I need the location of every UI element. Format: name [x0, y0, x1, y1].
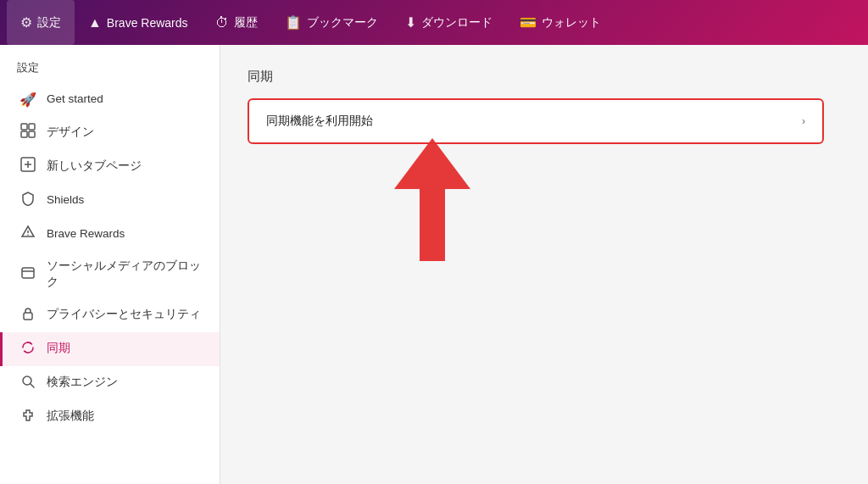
svg-point-9 — [27, 234, 29, 236]
design-icon — [19, 123, 36, 142]
svg-rect-1 — [29, 124, 35, 130]
sidebar-item-privacy[interactable]: プライバシーとセキュリティ — [0, 298, 220, 332]
section-title: 同期 — [248, 69, 841, 85]
nav-brave-rewards-label: Brave Rewards — [107, 16, 188, 30]
sidebar-section-label: 設定 — [0, 55, 220, 84]
nav-brave-rewards[interactable]: ▲ Brave Rewards — [75, 0, 202, 45]
search-icon — [19, 374, 36, 392]
sidebar: 設定 🚀 Get started デザイン — [0, 45, 220, 484]
new-tab-icon — [19, 157, 36, 175]
sidebar-label-sync: 同期 — [47, 341, 70, 357]
nav-bookmarks[interactable]: 📋 ブックマーク — [271, 0, 392, 45]
sidebar-item-social-block[interactable]: ソーシャルメディアのブロック — [0, 251, 220, 298]
svg-rect-10 — [22, 268, 34, 278]
nav-history-label: 履歴 — [234, 15, 258, 31]
svg-rect-0 — [21, 124, 27, 130]
shields-icon — [19, 191, 36, 209]
sidebar-item-search[interactable]: 検索エンジン — [0, 366, 220, 400]
sidebar-item-get-started[interactable]: 🚀 Get started — [0, 84, 220, 115]
bookmarks-icon: 📋 — [285, 14, 302, 31]
svg-rect-12 — [24, 313, 32, 320]
sidebar-item-extensions[interactable]: 拡張機能 — [0, 400, 220, 434]
sync-start-option[interactable]: 同期機能を利用開始 › — [248, 98, 824, 144]
nav-settings-label: 設定 — [37, 15, 61, 31]
svg-line-14 — [31, 384, 34, 387]
sidebar-label-social-block: ソーシャルメディアのブロック — [47, 259, 203, 291]
sidebar-item-shields[interactable]: Shields — [0, 183, 220, 217]
nav-downloads[interactable]: ⬇ ダウンロード — [392, 0, 506, 45]
brave-rewards-icon: ▲ — [88, 15, 102, 31]
get-started-icon: 🚀 — [19, 92, 36, 108]
big-red-arrow-svg — [373, 130, 492, 265]
brave-rewards-sidebar-icon — [19, 225, 36, 243]
main-layout: 設定 🚀 Get started デザイン — [0, 45, 868, 484]
sidebar-item-design[interactable]: デザイン — [0, 115, 220, 149]
sidebar-item-brave-rewards[interactable]: Brave Rewards — [0, 217, 220, 251]
sidebar-item-sync[interactable]: 同期 — [0, 332, 220, 366]
sidebar-label-privacy: プライバシーとセキュリティ — [47, 307, 201, 323]
content-area: 同期 同期機能を利用開始 › — [220, 45, 868, 484]
top-navigation: ⚙ 設定 ▲ Brave Rewards ⏱ 履歴 📋 ブックマーク ⬇ ダウン… — [0, 0, 868, 45]
sync-icon — [19, 340, 36, 359]
svg-rect-3 — [29, 131, 35, 137]
nav-bookmarks-label: ブックマーク — [307, 15, 378, 31]
history-icon: ⏱ — [215, 15, 229, 31]
sidebar-item-new-tab[interactable]: 新しいタブページ — [0, 149, 220, 183]
sidebar-label-brave-rewards: Brave Rewards — [47, 226, 125, 242]
extensions-icon — [19, 408, 36, 426]
sync-start-label: 同期機能を利用開始 — [266, 114, 373, 129]
nav-wallet-label: ウォレット — [542, 15, 601, 31]
nav-history[interactable]: ⏱ 履歴 — [202, 0, 271, 45]
privacy-icon — [19, 306, 36, 325]
settings-icon: ⚙ — [20, 14, 32, 31]
sidebar-label-design: デザイン — [47, 125, 94, 141]
sidebar-label-new-tab: 新しいタブページ — [47, 159, 142, 175]
social-block-icon — [19, 265, 36, 284]
downloads-icon: ⬇ — [405, 14, 416, 31]
sidebar-label-search: 検索エンジン — [47, 375, 118, 391]
nav-downloads-label: ダウンロード — [421, 15, 492, 31]
sidebar-label-get-started: Get started — [47, 92, 103, 108]
nav-wallet[interactable]: 💳 ウォレット — [506, 0, 615, 45]
sync-arrow-icon: › — [802, 115, 805, 127]
highlight-arrow — [373, 130, 492, 269]
sidebar-label-extensions: 拡張機能 — [47, 409, 94, 425]
svg-rect-2 — [21, 131, 27, 137]
svg-marker-16 — [394, 138, 470, 261]
nav-settings[interactable]: ⚙ 設定 — [7, 0, 75, 45]
wallet-icon: 💳 — [520, 14, 537, 31]
sidebar-label-shields: Shields — [47, 192, 84, 209]
